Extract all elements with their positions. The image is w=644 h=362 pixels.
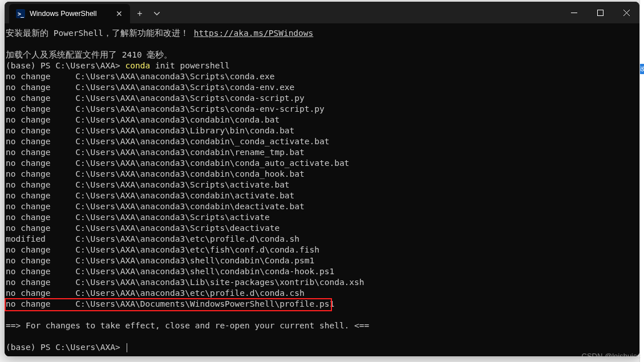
terminal-window: Windows PowerShell ✕ + 安装最新的 PowerShell，… <box>5 2 639 356</box>
output-line: no change C:\Users\AXA\anaconda3\condabi… <box>6 158 638 169</box>
output-line: no change C:\Users\AXA\anaconda3\condabi… <box>6 147 638 158</box>
output-line: no change C:\Users\AXA\anaconda3\shell\c… <box>6 266 638 277</box>
output-line: no change C:\Users\AXA\Documents\Windows… <box>6 299 638 310</box>
output-line: no change C:\Users\AXA\anaconda3\condabi… <box>6 201 638 212</box>
banner-link[interactable]: https://aka.ms/PSWindows <box>194 29 314 38</box>
background-window-edge <box>639 0 644 362</box>
svg-rect-1 <box>597 10 603 15</box>
output-line: no change C:\Users\AXA\anaconda3\shell\c… <box>6 255 638 266</box>
output-line: no change C:\Users\AXA\anaconda3\condabi… <box>6 169 638 180</box>
output-line: no change C:\Users\AXA\anaconda3\Scripts… <box>6 223 638 234</box>
output-line: no change C:\Users\AXA\anaconda3\Scripts… <box>6 212 638 223</box>
command-token: conda <box>125 61 151 70</box>
output-line: no change C:\Users\AXA\anaconda3\condabi… <box>6 190 638 201</box>
tab-dropdown-button[interactable] <box>149 4 164 23</box>
output-line: no change C:\Users\AXA\anaconda3\condabi… <box>6 115 638 125</box>
titlebar: Windows PowerShell ✕ + <box>5 2 639 23</box>
new-tab-button[interactable]: + <box>130 4 149 23</box>
prompt-line: (base) PS C:\Users\AXA> <box>6 342 638 353</box>
output-line: no change C:\Users\AXA\anaconda3\Library… <box>6 125 638 136</box>
tab-active[interactable]: Windows PowerShell ✕ <box>9 4 130 23</box>
profile-load-message: 加载个人及系统配置文件用了 2410 毫秒。 <box>6 50 638 60</box>
blank-line <box>6 310 638 320</box>
powershell-icon <box>16 9 25 18</box>
terminal-body[interactable]: 安装最新的 PowerShell，了解新功能和改进！ https://aka.m… <box>5 23 639 356</box>
output-line: no change C:\Users\AXA\anaconda3\Scripts… <box>6 104 638 115</box>
banner-text: 安装最新的 PowerShell，了解新功能和改进！ <box>6 29 194 38</box>
output-line: no change C:\Users\AXA\anaconda3\Lib\sit… <box>6 277 638 288</box>
output-line: no change C:\Users\AXA\anaconda3\Scripts… <box>6 71 638 82</box>
output-line: no change C:\Users\AXA\anaconda3\Scripts… <box>6 93 638 104</box>
blank-line <box>6 331 638 342</box>
close-button[interactable] <box>613 2 639 23</box>
tab-close-button[interactable]: ✕ <box>114 9 124 19</box>
output-line: no change C:\Users\AXA\anaconda3\etc\fis… <box>6 245 638 255</box>
output-line: no change C:\Users\AXA\anaconda3\etc\pro… <box>6 288 638 299</box>
command-line: (base) PS C:\Users\AXA> conda init power… <box>6 60 638 71</box>
minimize-button[interactable] <box>561 2 587 23</box>
tab-title: Windows PowerShell <box>30 10 96 18</box>
output-line: no change C:\Users\AXA\anaconda3\Scripts… <box>6 82 638 93</box>
cursor <box>127 343 127 352</box>
maximize-button[interactable] <box>587 2 613 23</box>
output-line: modified C:\Users\AXA\anaconda3\etc\prof… <box>6 234 638 245</box>
watermark-text: CSDN @leishuicc <box>582 352 641 360</box>
effect-message: ==> For changes to take effect, close an… <box>6 320 638 331</box>
blank-line <box>6 39 638 50</box>
background-button-sliver: 改 <box>640 64 644 74</box>
titlebar-drag-area[interactable] <box>164 2 561 23</box>
output-line: no change C:\Users\AXA\anaconda3\condabi… <box>6 136 638 147</box>
output-line: no change C:\Users\AXA\anaconda3\Scripts… <box>6 180 638 190</box>
